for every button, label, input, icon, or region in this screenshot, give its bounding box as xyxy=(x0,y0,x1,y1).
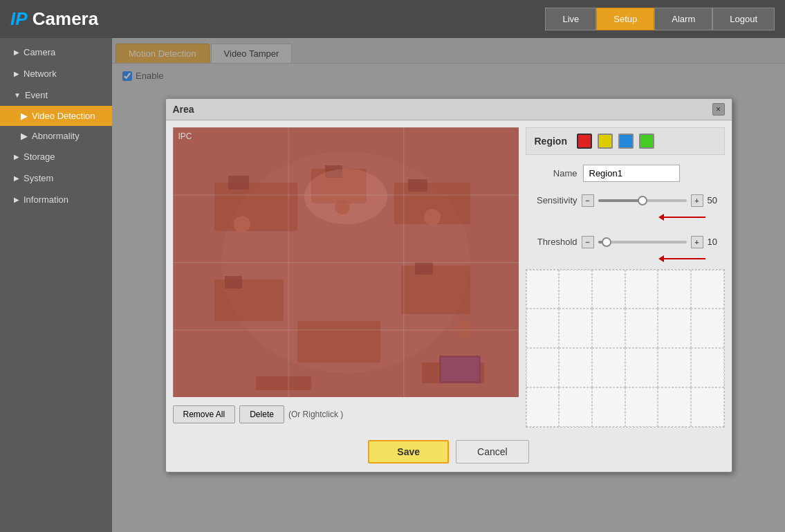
modal-title: Area xyxy=(173,104,194,115)
region-label: Region xyxy=(535,136,567,147)
sensitivity-value: 50 xyxy=(708,195,725,205)
sidebar-item-label: Information xyxy=(24,194,68,205)
schedule-cell[interactable] xyxy=(658,387,691,427)
sidebar-item-label: Video Detection xyxy=(32,111,95,121)
content: Motion Detection Video Tamper Enable Are… xyxy=(112,38,785,532)
live-button[interactable]: Live xyxy=(545,8,596,30)
schedule-cell[interactable] xyxy=(625,348,658,387)
modal-header: Area × xyxy=(166,99,732,120)
camera-view: IPC xyxy=(173,127,519,397)
schedule-grid[interactable] xyxy=(526,269,725,428)
threshold-arrow-head xyxy=(658,255,664,262)
threshold-increase-button[interactable]: + xyxy=(691,236,703,248)
threshold-arrow-line xyxy=(664,258,705,259)
sidebar-item-storage[interactable]: ▶ Storage xyxy=(0,146,112,167)
expand-arrow: ▶ xyxy=(14,70,19,77)
region-color-blue[interactable] xyxy=(618,134,634,149)
schedule-cell[interactable] xyxy=(526,348,560,387)
modal-close-button[interactable]: × xyxy=(712,103,725,116)
schedule-cell[interactable] xyxy=(658,309,691,348)
sidebar-item-information[interactable]: ▶ Information xyxy=(0,189,112,210)
camera-label: IPC xyxy=(178,131,192,141)
schedule-cell[interactable] xyxy=(526,387,560,427)
threshold-arrow-annotation xyxy=(526,255,725,262)
sidebar-item-abnormality[interactable]: ▶ Abnormality xyxy=(0,126,112,146)
sidebar-item-camera[interactable]: ▶ Camera xyxy=(0,42,112,63)
schedule-cell[interactable] xyxy=(592,309,625,348)
schedule-cell[interactable] xyxy=(625,270,658,309)
sensitivity-fill xyxy=(598,199,643,202)
setup-button[interactable]: Setup xyxy=(596,8,654,30)
sensitivity-increase-button[interactable]: + xyxy=(691,194,703,207)
schedule-cell[interactable] xyxy=(625,387,658,427)
sidebar-item-label: Camera xyxy=(24,47,55,57)
region-row: Region xyxy=(526,127,725,155)
region-color-yellow[interactable] xyxy=(598,134,613,149)
schedule-cell[interactable] xyxy=(526,270,560,309)
logo: IP Camera xyxy=(10,8,98,30)
schedule-cell[interactable] xyxy=(592,387,625,427)
name-row: Name xyxy=(526,162,725,185)
schedule-cell[interactable] xyxy=(658,270,691,309)
save-button[interactable]: Save xyxy=(368,440,449,464)
threshold-value: 10 xyxy=(708,237,725,247)
sidebar-item-label: Storage xyxy=(24,152,55,162)
threshold-decrease-button[interactable]: − xyxy=(582,236,594,248)
schedule-cell[interactable] xyxy=(658,348,691,387)
sensitivity-row: Sensitivity − + 50 xyxy=(526,192,725,210)
expand-arrow: ▶ xyxy=(21,111,28,121)
schedule-cell[interactable] xyxy=(691,348,724,387)
sensitivity-label: Sensitivity xyxy=(526,195,578,205)
camera-bottom-controls: Remove All Delete (Or Rightclick ) xyxy=(173,401,519,428)
sidebar: ▶ Camera ▶ Network ▼ Event ▶ Video Detec… xyxy=(0,38,112,532)
schedule-cell[interactable] xyxy=(691,309,724,348)
threshold-track[interactable] xyxy=(598,241,687,244)
schedule-cell[interactable] xyxy=(625,309,658,348)
sidebar-item-video-detection[interactable]: ▶ Video Detection xyxy=(0,106,112,126)
cancel-button[interactable]: Cancel xyxy=(456,440,529,464)
alarm-button[interactable]: Alarm xyxy=(654,8,712,30)
region-color-green[interactable] xyxy=(639,134,654,149)
schedule-cell[interactable] xyxy=(691,387,724,427)
expand-arrow: ▶ xyxy=(21,131,28,141)
hint-text: (Or Rightclick ) xyxy=(288,410,343,419)
expand-arrow: ▶ xyxy=(14,174,19,182)
sidebar-item-network[interactable]: ▶ Network xyxy=(0,63,112,84)
sidebar-item-event[interactable]: ▼ Event xyxy=(0,84,112,106)
expand-arrow: ▶ xyxy=(14,48,19,56)
delete-button[interactable]: Delete xyxy=(239,405,284,423)
threshold-label: Threshold xyxy=(526,237,578,247)
area-modal: Area × xyxy=(165,98,732,473)
sensitivity-track[interactable] xyxy=(598,199,687,202)
remove-all-button[interactable]: Remove All xyxy=(173,405,236,423)
schedule-cell[interactable] xyxy=(592,348,625,387)
schedule-cell[interactable] xyxy=(559,348,592,387)
controls-panel: Region Name Sensi xyxy=(526,127,725,428)
expand-arrow: ▶ xyxy=(14,153,19,160)
expand-arrow: ▼ xyxy=(14,91,21,99)
modal-overlay: Area × xyxy=(112,38,785,532)
threshold-row: Threshold − + 10 xyxy=(526,233,725,251)
name-input[interactable] xyxy=(583,165,680,182)
sidebar-item-label: Abnormality xyxy=(32,131,80,141)
sensitivity-thumb[interactable] xyxy=(638,196,647,205)
schedule-cell[interactable] xyxy=(559,309,592,348)
schedule-cell[interactable] xyxy=(592,270,625,309)
region-color-red[interactable] xyxy=(577,134,592,149)
name-label: Name xyxy=(526,168,578,178)
schedule-cell[interactable] xyxy=(691,270,724,309)
sensitivity-arrow-head xyxy=(658,214,664,221)
sensitivity-decrease-button[interactable]: − xyxy=(582,194,594,207)
logout-button[interactable]: Logout xyxy=(712,8,775,30)
modal-footer: Save Cancel xyxy=(166,434,732,472)
modal-body: IPC Remove All Delete (Or Rightclick ) xyxy=(166,120,732,434)
schedule-cell[interactable] xyxy=(559,387,592,427)
main-layout: ▶ Camera ▶ Network ▼ Event ▶ Video Detec… xyxy=(0,38,785,532)
sidebar-item-system[interactable]: ▶ System xyxy=(0,167,112,189)
camera-section: IPC Remove All Delete (Or Rightclick ) xyxy=(173,127,519,428)
threshold-thumb[interactable] xyxy=(602,237,611,247)
schedule-cell[interactable] xyxy=(559,270,592,309)
schedule-cell[interactable] xyxy=(526,309,560,348)
header-nav: Live Setup Alarm Logout xyxy=(545,8,775,30)
header: IP Camera Live Setup Alarm Logout xyxy=(0,0,785,38)
